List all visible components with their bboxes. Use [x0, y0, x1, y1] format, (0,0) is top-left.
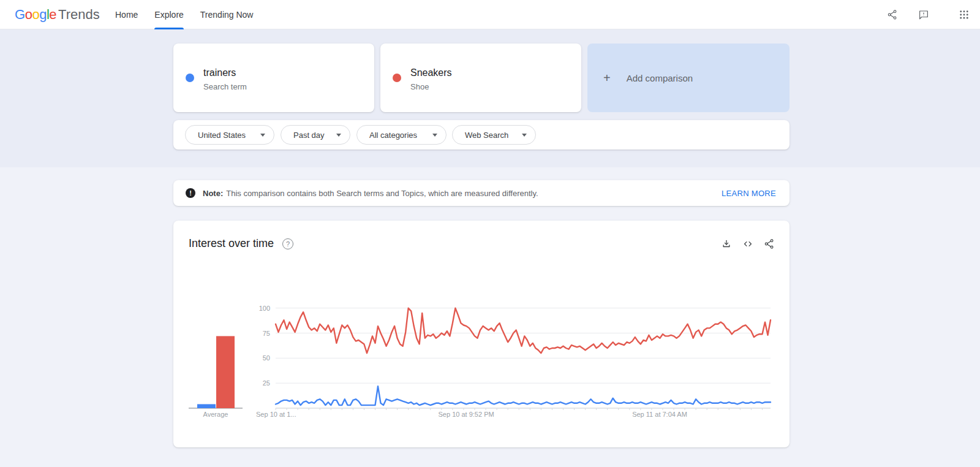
- add-comparison-button[interactable]: + Add comparison: [587, 44, 790, 112]
- google-trends-explore-page: Google Trends Home Explore Trending Now: [0, 0, 980, 467]
- chevron-down-icon: [260, 134, 265, 137]
- filter-searchtype-value: Web Search: [465, 131, 508, 140]
- add-comparison-label: Add comparison: [627, 73, 693, 83]
- svg-text:75: 75: [263, 330, 270, 337]
- svg-text:Sep 10 at 9:52 PM: Sep 10 at 9:52 PM: [439, 411, 494, 418]
- filter-time-value: Past day: [293, 131, 325, 140]
- plus-icon: +: [603, 71, 611, 85]
- svg-text:Sep 10 at 1...: Sep 10 at 1...: [256, 411, 296, 418]
- embed-code-icon[interactable]: [742, 238, 753, 249]
- share-icon[interactable]: [887, 9, 898, 20]
- filter-category-dropdown[interactable]: All categories: [356, 125, 447, 145]
- share-icon[interactable]: [764, 238, 775, 249]
- learn-more-link[interactable]: LEARN MORE: [722, 189, 776, 198]
- trends-wordmark: Trends: [58, 7, 100, 23]
- apps-grid-icon[interactable]: [959, 9, 970, 20]
- alert-icon: !: [186, 188, 195, 198]
- svg-text:Average: Average: [203, 411, 228, 418]
- svg-text:50: 50: [263, 354, 270, 362]
- filter-region-dropdown[interactable]: United States: [185, 125, 274, 145]
- filters-bar: United States Past day All categories We…: [173, 120, 790, 150]
- nav-tab-trending-now[interactable]: Trending Now: [200, 0, 254, 29]
- note-prefix: Note:: [203, 189, 223, 198]
- svg-text:Sep 11 at 7:04 AM: Sep 11 at 7:04 AM: [632, 411, 687, 418]
- term-card-sneakers[interactable]: Sneakers Shoe: [380, 44, 581, 112]
- chart-title: Interest over time: [189, 237, 274, 250]
- google-trends-logo[interactable]: Google Trends: [15, 0, 100, 29]
- filter-time-dropdown[interactable]: Past day: [281, 125, 350, 145]
- term-card-trainers[interactable]: trainers Search term: [173, 44, 374, 112]
- filter-region-value: United States: [198, 131, 246, 140]
- interest-over-time-panel: Interest over time ? 255075100AverageSep…: [173, 221, 790, 447]
- svg-text:100: 100: [259, 305, 270, 312]
- chart-title-row: Interest over time ?: [189, 237, 293, 250]
- chevron-down-icon: [336, 134, 341, 137]
- term-name: Sneakers: [410, 67, 452, 78]
- term-name: trainers: [203, 67, 236, 78]
- note-text: This comparison contains both Search ter…: [226, 189, 538, 198]
- help-icon[interactable]: ?: [282, 238, 293, 249]
- filter-searchtype-dropdown[interactable]: Web Search: [452, 125, 536, 145]
- nav-tab-home[interactable]: Home: [115, 0, 138, 29]
- filter-category-value: All categories: [369, 131, 417, 140]
- chevron-down-icon: [522, 134, 527, 137]
- primary-nav: Home Explore Trending Now: [115, 0, 253, 29]
- header: Google Trends Home Explore Trending Now: [0, 0, 980, 29]
- term-color-dot: [393, 74, 401, 82]
- term-color-dot: [186, 74, 194, 82]
- chart-toolbar: [721, 238, 775, 249]
- nav-tab-explore[interactable]: Explore: [154, 0, 183, 29]
- download-icon[interactable]: [721, 238, 732, 249]
- chevron-down-icon: [432, 134, 437, 137]
- term-type: Shoe: [410, 82, 429, 91]
- feedback-icon[interactable]: [918, 9, 929, 20]
- svg-text:25: 25: [263, 379, 270, 387]
- google-wordmark: Google: [15, 7, 56, 23]
- note-banner: ! Note: This comparison contains both Se…: [173, 180, 790, 206]
- term-type: Search term: [203, 82, 247, 91]
- interest-over-time-chart: 255075100AverageSep 10 at 1...Sep 10 at …: [184, 293, 778, 422]
